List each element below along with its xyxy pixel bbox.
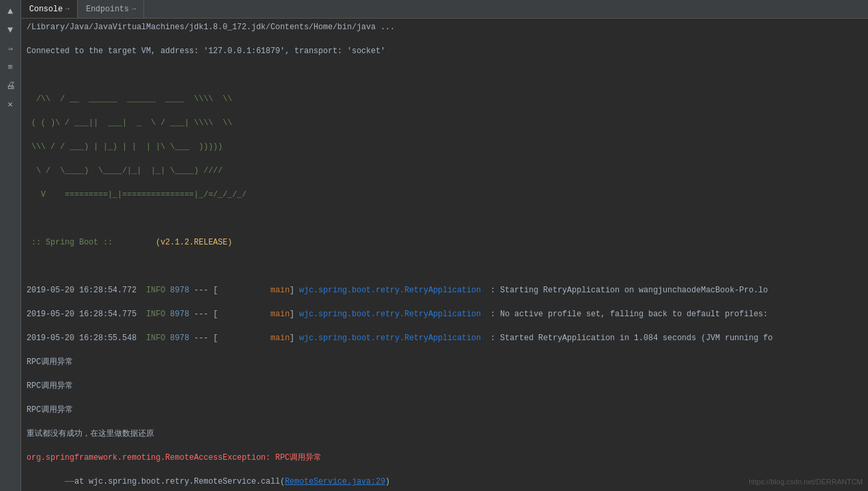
console-output[interactable]: /Library/Java/JavaVirtualMachines/jdk1.8… <box>21 19 868 491</box>
scroll-down-button[interactable]: ▼ <box>2 21 19 39</box>
tab-console-arrow: → <box>65 5 69 13</box>
tab-endpoints-label: Endpoints <box>86 5 129 14</box>
print-button[interactable]: 🖨 <box>2 77 19 94</box>
scroll-up-button[interactable]: ▲ <box>2 3 19 20</box>
tab-console-label: Console <box>29 5 62 14</box>
clear-button[interactable]: ✕ <box>2 96 19 113</box>
left-toolbar: ▲ ▼ ⇒ ≡ 🖨 ✕ <box>0 0 21 491</box>
tab-endpoints[interactable]: Endpoints → <box>78 0 144 18</box>
follow-output-button[interactable]: ⇒ <box>2 40 19 57</box>
watermark: https://blog.csdn.net/DERRANTCM <box>748 478 863 486</box>
tab-console[interactable]: Console → <box>21 0 78 18</box>
tab-endpoints-arrow: → <box>131 5 135 13</box>
main-area: Console → Endpoints → /Library/Java/Java… <box>21 0 868 491</box>
filter-button[interactable]: ≡ <box>2 58 19 76</box>
tab-bar: Console → Endpoints → <box>21 0 868 19</box>
